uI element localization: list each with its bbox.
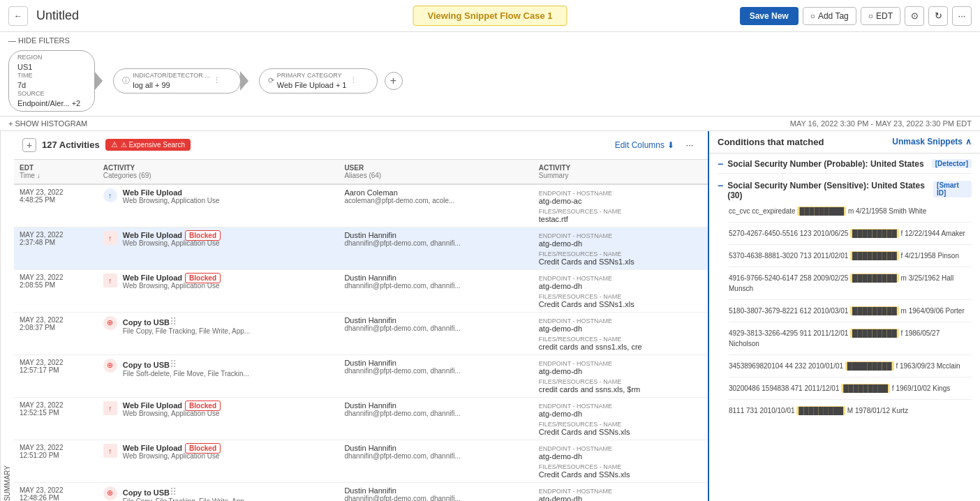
files-value: testac.rtf [539, 215, 702, 223]
ssn-masked: █████████ [841, 384, 890, 393]
conditions-panel-title: Conditions that matched [718, 137, 824, 147]
files-label: FILES/RESOURCES - NAME [539, 208, 622, 215]
endpoint-label: ENDPOINT - HOSTNAME [539, 317, 612, 324]
clock-icon: ○ [868, 11, 873, 21]
time-value: 7d [17, 81, 26, 89]
main-content: SHOW SUMMARY + 127 Activities ⚠ ⚠ Expens… [0, 131, 980, 501]
ssn-masked: █████████ [850, 329, 899, 338]
settings-button[interactable]: ⊙ [905, 6, 924, 26]
activity-sub: Web Browsing, Application Use [123, 197, 220, 204]
ssn-suffix: f 4/21/1958 Pinson [899, 252, 959, 260]
row-date: MAY 23, 2022 [20, 486, 92, 494]
ssn-suffix: m 4/21/1958 Smith White [846, 207, 926, 215]
edit-columns-button[interactable]: Edit Columns ⬇ [615, 140, 674, 150]
back-button[interactable]: ← [8, 6, 28, 26]
indicator-dots[interactable]: ⋮ [213, 76, 221, 85]
endpoint-value: atg-demo-dh [539, 410, 702, 418]
hide-filters-toggle[interactable]: — HIDE FILTERS [8, 36, 972, 45]
ssn-text: 5370-4638-8881-3020 713 2011/02/01 [729, 252, 850, 260]
more-button[interactable]: ··· [952, 6, 972, 26]
ssn-entry: cc_cvc cc_expiredate █████████ m 4/21/19… [729, 204, 972, 218]
row-time: 12:48:26 PM [20, 494, 92, 501]
condition-collapse-button[interactable]: − [718, 159, 723, 169]
cell-activity: ↑ Web File UploadBlocked Web Browsing, A… [98, 397, 339, 440]
cell-user: Dustin Hannifindhannifin@pfpt-demo.com, … [339, 312, 533, 354]
activity-type-icon: ⊕ [103, 316, 117, 330]
cell-user: Dustin Hannifindhannifin@pfpt-demo.com, … [339, 269, 533, 312]
endpoint-value: atg-demo-dh [539, 282, 702, 290]
save-new-button[interactable]: Save New [740, 7, 799, 25]
endpoint-label: ENDPOINT - HOSTNAME [539, 232, 612, 239]
more-icon: ··· [958, 10, 966, 21]
cell-activity: ⊕ Copy to USB⠿ File Soft-delete, File Mo… [98, 354, 339, 397]
source-value: Endpoint/Aler... +2 [17, 99, 80, 107]
cell-activity-summary: ENDPOINT - HOSTNAME atg-demo-dh FILES/RE… [533, 354, 708, 397]
edt-button[interactable]: ○ EDT [861, 7, 900, 25]
filter-chip-category[interactable]: ⟳ PRIMARY CATEGORY Web File Upload + 1 ⋮ [259, 68, 378, 94]
cell-activity-summary: ENDPOINT - HOSTNAME atg-demo-dh FILES/RE… [533, 482, 708, 501]
user-email: dhannifin@pfpt-demo.com, dhannifi... [344, 282, 527, 290]
cell-activity: ⊕ Copy to USB⠿ File Copy, File Tracking,… [98, 482, 339, 501]
add-column-button[interactable]: + [22, 138, 36, 152]
user-email: dhannifin@pfpt-demo.com, dhannifi... [344, 324, 527, 332]
ssn-entry: 30200486 1594838 471 2011/12/01 ████████… [729, 382, 972, 395]
table-row[interactable]: MAY 23, 20222:08:37 PM ⊕ Copy to USB⠿ Fi… [14, 312, 708, 354]
ssn-entry: 5270-4267-6450-5516 123 2010/06/25 █████… [729, 227, 972, 240]
activity-name: Web File Upload [123, 274, 182, 282]
activity-type-icon: ↑ [103, 188, 117, 202]
table-row[interactable]: MAY 23, 20222:08:55 PM ↑ Web File Upload… [14, 269, 708, 312]
row-date: MAY 23, 2022 [20, 231, 92, 239]
filter-chips: REGION US1 TIME 7d SOURCE Endpoint/Aler.… [8, 50, 972, 112]
entry-divider [729, 267, 972, 267]
cell-activity-summary: ENDPOINT - HOSTNAME atg-demo-dh FILES/RE… [533, 440, 708, 482]
user-email: dhannifin@pfpt-demo.com, dhannifi... [344, 495, 527, 501]
category-value: Web File Upload + 1 [277, 81, 347, 89]
activity-sub: Web Browsing, Application Use [123, 452, 221, 460]
cell-edt: MAY 23, 202212:51:20 PM [14, 440, 98, 482]
add-tag-button[interactable]: ○ Add Tag [803, 7, 856, 25]
ssn-text: 4916-9766-5240-6147 258 2009/02/25 [729, 274, 850, 282]
activity-table-wrapper: EDTTime ↓ ACTIVITYCategories (69) USERAl… [14, 160, 708, 501]
cell-edt: MAY 23, 202212:48:26 PM [14, 482, 98, 501]
table-row[interactable]: MAY 23, 202212:57:17 PM ⊕ Copy to USB⠿ F… [14, 354, 708, 397]
table-more-button[interactable]: ··· [680, 135, 699, 155]
table-row[interactable]: MAY 23, 20222:37:48 PM ↑ Web File Upload… [14, 227, 708, 269]
table-row[interactable]: MAY 23, 202212:51:20 PM ↑ Web File Uploa… [14, 440, 708, 482]
condition-section: − Social Security Number (Sensitive): Un… [718, 181, 972, 417]
table-row[interactable]: MAY 23, 202212:48:26 PM ⊕ Copy to USB⠿ F… [14, 482, 708, 501]
show-histogram-toggle[interactable]: + SHOW HISTOGRAM [8, 119, 87, 128]
table-row[interactable]: MAY 23, 202212:52:15 PM ↑ Web File Uploa… [14, 397, 708, 440]
refresh-button[interactable]: ↻ [928, 6, 948, 26]
ssn-text: 34538969820104 44 232 2010/01/01 [729, 362, 845, 370]
ssn-masked: █████████ [845, 361, 894, 371]
show-summary-sidebar[interactable]: SHOW SUMMARY [0, 131, 14, 501]
filter-chip-indicator[interactable]: ⓘ INDICATOR/DETECTOR ... log all + 99 ⋮ [113, 68, 241, 94]
ssn-entry: 8111 731 2010/10/01 █████████ M 1978/01/… [729, 404, 972, 417]
add-filter-button[interactable]: + [385, 72, 403, 90]
endpoint-value: atg-demo-dh [539, 239, 702, 248]
condition-collapse-button[interactable]: − [718, 181, 723, 190]
activity-area: + 127 Activities ⚠ ⚠ Expensive Search Ed… [14, 131, 708, 501]
category-dots[interactable]: ⋮ [350, 76, 357, 85]
entry-divider [729, 222, 972, 223]
condition-name: Social Security Number (Probable): Unite… [727, 159, 923, 169]
indicator-icon: ⓘ [122, 75, 130, 86]
filter-chip-region[interactable]: REGION US1 TIME 7d SOURCE Endpoint/Aler.… [8, 50, 95, 112]
smartid-badge: [Smart ID] [933, 181, 972, 197]
files-label: FILES/RESOURCES - NAME [539, 421, 622, 428]
cell-user: Aaron Colemanacoleman@pfpt-demo.com, aco… [339, 184, 533, 227]
activity-type-icon: ⊕ [103, 486, 117, 500]
cell-activity: ↑ Web File Upload Web Browsing, Applicat… [98, 184, 339, 227]
user-name: Dustin Hannifin [344, 231, 527, 239]
activity-sub: File Copy, File Tracking, File Write, Ap… [123, 327, 250, 335]
unmask-snippets-button[interactable]: Unmask Snippets ∧ [892, 137, 972, 147]
ssn-text: 5180-3807-3679-8221 612 2010/03/01 [729, 307, 850, 315]
endpoint-label: ENDPOINT - HOSTNAME [539, 488, 612, 495]
refresh-icon: ↻ [935, 10, 942, 21]
table-row[interactable]: MAY 23, 20224:48:25 PM ↑ Web File Upload… [14, 184, 708, 227]
user-name: Dustin Hannifin [344, 359, 527, 367]
endpoint-value: atg-demo-ac [539, 197, 702, 205]
row-time: 12:57:17 PM [20, 366, 92, 374]
user-name: Dustin Hannifin [344, 401, 527, 410]
endpoint-value: atg-demo-dh [539, 324, 702, 333]
